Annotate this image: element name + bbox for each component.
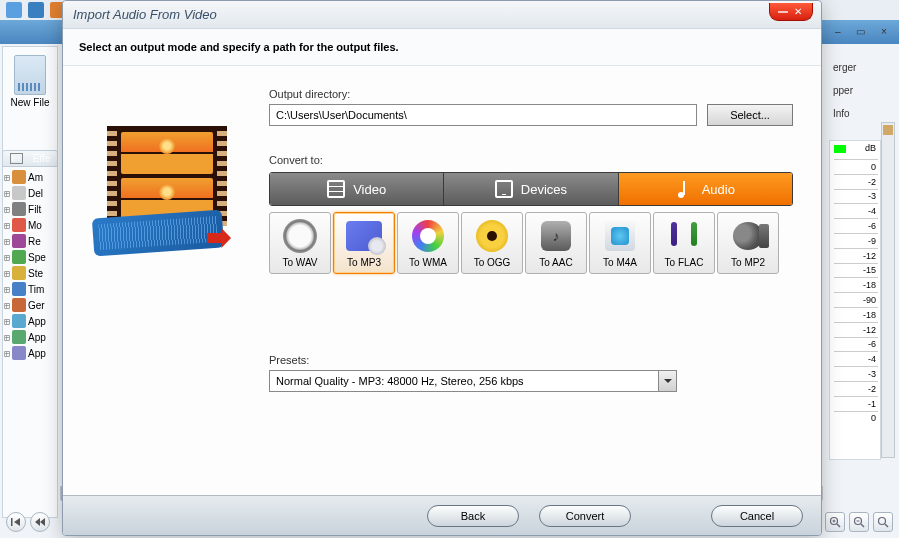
minimize-button[interactable]: – — [829, 26, 847, 40]
wav-icon — [283, 219, 317, 253]
format-flac[interactable]: To FLAC — [653, 212, 715, 274]
zoom-out-icon[interactable] — [849, 512, 869, 532]
right-panel-item[interactable]: erger — [833, 56, 893, 79]
format-label: To WMA — [409, 257, 447, 268]
presets-label: Presets: — [269, 354, 793, 366]
dialog-minimize-icon[interactable] — [778, 11, 788, 13]
output-directory-label: Output directory: — [269, 88, 793, 100]
presets-dropdown[interactable]: Normal Quality - MP3: 48000 Hz, Stereo, … — [269, 370, 677, 392]
zoom-controls — [825, 512, 893, 532]
format-label: To MP2 — [731, 257, 765, 268]
select-directory-button[interactable]: Select... — [707, 104, 793, 126]
tab-audio[interactable]: Audio — [619, 173, 792, 205]
dialog-header-text: Select an output mode and specify a path… — [79, 41, 399, 53]
meter-tick: -3 — [834, 189, 878, 204]
svg-line-12 — [885, 524, 888, 527]
effects-tree-item[interactable]: ⊞Am — [2, 169, 58, 185]
svg-line-5 — [837, 524, 840, 527]
dialog-titlebar: Import Audio From Video ✕ — [63, 1, 821, 29]
dialog-illustration-pane — [63, 66, 263, 495]
meter-db-label: dB — [865, 143, 876, 153]
svg-rect-0 — [11, 518, 13, 526]
film-to-audio-illustration — [93, 126, 233, 256]
effects-tab[interactable]: E↕Effe — [2, 150, 58, 167]
format-label: To OGG — [474, 257, 511, 268]
vertical-scrollbar[interactable] — [881, 122, 895, 458]
effects-tree-item[interactable]: ⊞App — [2, 313, 58, 329]
dialog-title: Import Audio From Video — [73, 7, 217, 22]
dialog-header: Select an output mode and specify a path… — [63, 29, 821, 66]
effects-tree-item[interactable]: ⊞Del — [2, 185, 58, 201]
svg-marker-1 — [14, 518, 20, 526]
meter-tick: -4 — [834, 351, 878, 366]
right-panel-item[interactable]: pper — [833, 79, 893, 102]
film-icon — [327, 180, 345, 198]
cancel-button[interactable]: Cancel — [711, 505, 803, 527]
format-label: To MP3 — [347, 257, 381, 268]
format-mp3[interactable]: To MP3 — [333, 212, 395, 274]
tab-devices[interactable]: Devices — [444, 173, 618, 205]
effects-tree-item[interactable]: ⊞Ste — [2, 265, 58, 281]
effects-panel: E↕Effe ⊞Am⊞Del⊞Filt⊞Mo⊞Re⊞Spe⊞Ste⊞Tim⊞Ge… — [2, 150, 58, 508]
svg-marker-2 — [35, 518, 40, 526]
format-ogg[interactable]: To OGG — [461, 212, 523, 274]
meter-tick: -9 — [834, 233, 878, 248]
effects-tree-item[interactable]: ⊞Spe — [2, 249, 58, 265]
meter-tick: -6 — [834, 337, 878, 352]
format-label: To AAC — [539, 257, 572, 268]
playback-controls — [6, 512, 50, 532]
meter-tick: -18 — [834, 277, 878, 292]
meter-peak-indicator — [834, 145, 846, 153]
ogg-icon — [476, 220, 508, 252]
effects-tree-item[interactable]: ⊞Tim — [2, 281, 58, 297]
format-wav[interactable]: To WAV — [269, 212, 331, 274]
chevron-down-icon[interactable] — [658, 371, 676, 391]
output-directory-input[interactable] — [269, 104, 697, 126]
format-aac[interactable]: To AAC — [525, 212, 587, 274]
rewind-button[interactable] — [30, 512, 50, 532]
format-mp2[interactable]: To MP2 — [717, 212, 779, 274]
svg-marker-3 — [40, 518, 45, 526]
toolbar-icon[interactable] — [28, 2, 44, 18]
effects-tree-item[interactable]: ⊞Re — [2, 233, 58, 249]
meter-tick: -3 — [834, 366, 878, 381]
phone-icon — [495, 180, 513, 198]
mp2-icon — [733, 222, 763, 250]
tab-video[interactable]: Video — [270, 173, 444, 205]
effects-tree-item[interactable]: ⊞App — [2, 345, 58, 361]
close-button[interactable]: × — [875, 26, 893, 40]
meter-tick: -18 — [834, 307, 878, 322]
convert-button[interactable]: Convert — [539, 505, 631, 527]
format-label: To M4A — [603, 257, 637, 268]
presets-value: Normal Quality - MP3: 48000 Hz, Stereo, … — [270, 375, 658, 387]
effects-tree-item[interactable]: ⊞Filt — [2, 201, 58, 217]
aac-icon — [541, 221, 571, 251]
toolbar-icon[interactable] — [6, 2, 22, 18]
maximize-button[interactable]: ▭ — [852, 26, 870, 40]
convert-tabs: Video Devices Audio — [269, 172, 793, 206]
skip-back-button[interactable] — [6, 512, 26, 532]
format-m4a[interactable]: To M4A — [589, 212, 651, 274]
svg-line-9 — [861, 524, 864, 527]
meter-tick: -12 — [834, 248, 878, 263]
effects-tree-item[interactable]: ⊞Mo — [2, 217, 58, 233]
zoom-in-icon[interactable] — [825, 512, 845, 532]
zoom-fit-icon[interactable] — [873, 512, 893, 532]
dialog-close-icon[interactable]: ✕ — [792, 6, 804, 17]
back-button[interactable]: Back — [427, 505, 519, 527]
meter-tick: -1 — [834, 396, 878, 411]
new-file-icon[interactable] — [14, 55, 46, 95]
dialog-close-group: ✕ — [769, 3, 813, 21]
meter-tick: -6 — [834, 218, 878, 233]
convert-to-label: Convert to: — [269, 154, 793, 166]
effects-tree-item[interactable]: ⊞Ger — [2, 297, 58, 313]
effects-tree-item[interactable]: ⊞App — [2, 329, 58, 345]
import-audio-dialog: Import Audio From Video ✕ Select an outp… — [62, 0, 822, 536]
wma-icon — [412, 220, 444, 252]
meter-tick: -4 — [834, 203, 878, 218]
flac-icon — [667, 222, 701, 250]
meter-tick: -90 — [834, 292, 878, 307]
format-wma[interactable]: To WMA — [397, 212, 459, 274]
new-file-label: New File — [11, 97, 50, 108]
format-label: To FLAC — [665, 257, 704, 268]
